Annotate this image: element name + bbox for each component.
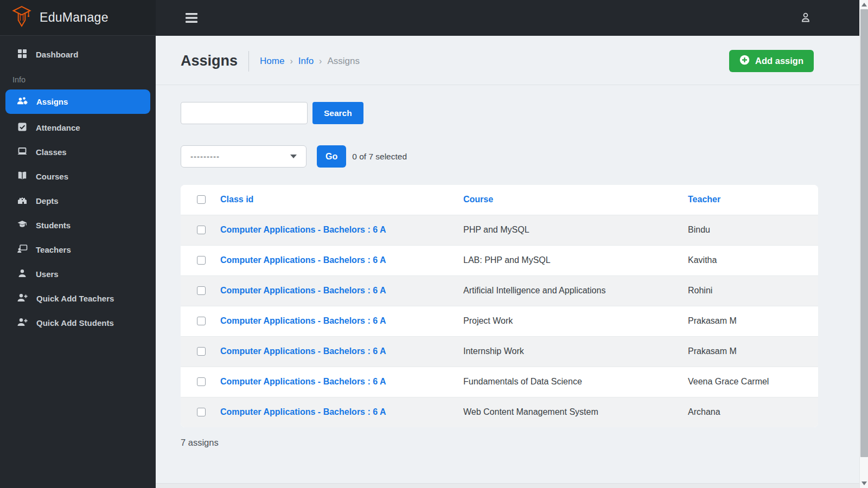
class-id-link[interactable]: Computer Applications - Bachelors : 6 A bbox=[220, 225, 386, 234]
course-cell: LAB: PHP and MySQL bbox=[463, 245, 688, 275]
horizontal-scrollbar[interactable] bbox=[156, 483, 859, 488]
sidebar-item-label: Assigns bbox=[36, 97, 68, 106]
sidebar-item-label: Quick Add Teachers bbox=[36, 294, 114, 303]
brand-name: EduManage bbox=[40, 10, 108, 25]
sidebar-item-teachers[interactable]: Teachers bbox=[0, 237, 156, 262]
row-checkbox[interactable] bbox=[197, 317, 206, 325]
teacher-cell: Bindu bbox=[688, 215, 818, 245]
select-all-checkbox[interactable] bbox=[197, 195, 206, 204]
chevron-down-icon bbox=[290, 155, 297, 158]
user-icon bbox=[17, 268, 28, 280]
class-id-link[interactable]: Computer Applications - Bachelors : 6 A bbox=[220, 286, 386, 295]
go-button[interactable]: Go bbox=[317, 145, 346, 168]
row-checkbox[interactable] bbox=[197, 256, 206, 265]
vertical-scrollbar[interactable] bbox=[859, 0, 868, 488]
breadcrumb-separator: › bbox=[290, 56, 292, 66]
course-cell: Web Content Management System bbox=[463, 397, 688, 427]
class-id-link[interactable]: Computer Applications - Bachelors : 6 A bbox=[220, 377, 386, 386]
user-account-button[interactable] bbox=[799, 11, 812, 25]
add-assign-label: Add assign bbox=[755, 56, 803, 66]
scroll-down-arrow-icon[interactable] bbox=[861, 481, 867, 485]
plus-circle-icon bbox=[739, 55, 750, 67]
sidebar-section-label: Info bbox=[0, 67, 156, 88]
row-checkbox[interactable] bbox=[197, 377, 206, 386]
action-row: --------- Go 0 of 7 selected bbox=[181, 145, 818, 168]
column-header-teacher[interactable]: Teacher bbox=[688, 195, 720, 204]
sidebar-item-label: Students bbox=[36, 221, 71, 230]
class-id-link[interactable]: Computer Applications - Bachelors : 6 A bbox=[220, 407, 386, 416]
scroll-up-arrow-icon[interactable] bbox=[861, 3, 867, 7]
course-cell: Artificial Intelligence and Applications bbox=[463, 275, 688, 306]
teacher-cell: Archana bbox=[688, 397, 818, 427]
title-divider bbox=[248, 51, 249, 72]
course-cell: Project Work bbox=[463, 306, 688, 336]
table-row: Computer Applications - Bachelors : 6 A … bbox=[181, 336, 818, 367]
sidebar-item-assigns[interactable]: Assigns bbox=[5, 89, 150, 114]
column-header-course[interactable]: Course bbox=[463, 195, 493, 204]
table-row: Computer Applications - Bachelors : 6 A … bbox=[181, 275, 818, 306]
content-body: Search --------- Go 0 of 7 selected bbox=[156, 85, 861, 459]
breadcrumb-current: Assigns bbox=[327, 56, 360, 67]
menu-toggle-button[interactable] bbox=[186, 13, 197, 23]
grid-icon bbox=[17, 48, 28, 61]
teacher-cell: Prakasam M bbox=[688, 306, 818, 336]
sidebar-item-label: Attendance bbox=[36, 123, 80, 132]
sidebar-item-depts[interactable]: Depts bbox=[0, 189, 156, 213]
book-open-icon bbox=[17, 170, 28, 183]
breadcrumb-info[interactable]: Info bbox=[298, 56, 314, 67]
add-assign-button[interactable]: Add assign bbox=[729, 50, 814, 72]
edumanage-logo-icon bbox=[12, 5, 31, 30]
graduation-cap-icon bbox=[17, 219, 28, 232]
action-select[interactable]: --------- bbox=[181, 145, 307, 168]
sidebar-nav: Dashboard Info Assigns bbox=[0, 36, 156, 335]
sidebar-item-users[interactable]: Users bbox=[0, 262, 156, 286]
table-row: Computer Applications - Bachelors : 6 A … bbox=[181, 367, 818, 397]
check-square-icon bbox=[17, 121, 28, 134]
class-id-link[interactable]: Computer Applications - Bachelors : 6 A bbox=[220, 316, 386, 325]
main-area: Assigns Home › Info › Assigns bbox=[156, 0, 861, 488]
assigns-table-card: Class id Course Teacher Computer Applica… bbox=[181, 185, 818, 427]
sidebar-item-students[interactable]: Students bbox=[0, 213, 156, 237]
row-checkbox[interactable] bbox=[197, 408, 206, 416]
sidebar-item-quick-add-teachers[interactable]: Quick Add Teachers bbox=[0, 286, 156, 311]
row-checkbox[interactable] bbox=[197, 226, 206, 234]
search-row: Search bbox=[181, 102, 818, 124]
page-header: Assigns Home › Info › Assigns bbox=[156, 36, 861, 85]
sidebar-item-label: Teachers bbox=[36, 245, 71, 254]
breadcrumb-separator: › bbox=[319, 56, 322, 66]
sidebar-item-dashboard[interactable]: Dashboard bbox=[0, 42, 156, 67]
course-cell: PHP and MySQL bbox=[463, 215, 688, 245]
teacher-cell: Veena Grace Carmel bbox=[688, 367, 818, 397]
sidebar-item-classes[interactable]: Classes bbox=[0, 140, 156, 164]
sidebar-item-courses[interactable]: Courses bbox=[0, 164, 156, 189]
user-plus-icon bbox=[17, 292, 28, 305]
course-cell: Internship Work bbox=[463, 336, 688, 367]
search-button[interactable]: Search bbox=[312, 102, 363, 124]
table-row: Computer Applications - Bachelors : 6 A … bbox=[181, 306, 818, 336]
sidebar-item-label: Users bbox=[36, 269, 59, 279]
brand[interactable]: EduManage bbox=[0, 0, 156, 36]
scrollbar-thumb[interactable] bbox=[860, 9, 868, 457]
search-input[interactable] bbox=[181, 102, 308, 124]
user-plus-icon bbox=[17, 317, 28, 329]
course-cell: Fundamentals of Data Science bbox=[463, 367, 688, 397]
sidebar-item-attendance[interactable]: Attendance bbox=[0, 115, 156, 140]
users-gear-icon bbox=[17, 95, 28, 108]
table-row: Computer Applications - Bachelors : 6 A … bbox=[181, 397, 818, 427]
school-building-icon bbox=[17, 195, 28, 207]
class-id-link[interactable]: Computer Applications - Bachelors : 6 A bbox=[220, 255, 386, 265]
sidebar-item-label: Dashboard bbox=[36, 50, 78, 59]
column-header-class-id[interactable]: Class id bbox=[220, 195, 253, 204]
laptop-icon bbox=[17, 146, 28, 158]
breadcrumb-home[interactable]: Home bbox=[260, 56, 284, 67]
sidebar-item-quick-add-students[interactable]: Quick Add Students bbox=[0, 311, 156, 335]
sidebar-item-label: Classes bbox=[36, 147, 67, 157]
row-checkbox[interactable] bbox=[197, 286, 206, 295]
action-select-value: --------- bbox=[190, 152, 220, 161]
breadcrumb: Home › Info › Assigns bbox=[260, 56, 360, 67]
class-id-link[interactable]: Computer Applications - Bachelors : 6 A bbox=[220, 346, 386, 356]
table-row: Computer Applications - Bachelors : 6 A … bbox=[181, 215, 818, 245]
sidebar-item-label: Quick Add Students bbox=[36, 318, 114, 328]
row-checkbox[interactable] bbox=[197, 347, 206, 356]
page-title: Assigns bbox=[181, 53, 238, 69]
